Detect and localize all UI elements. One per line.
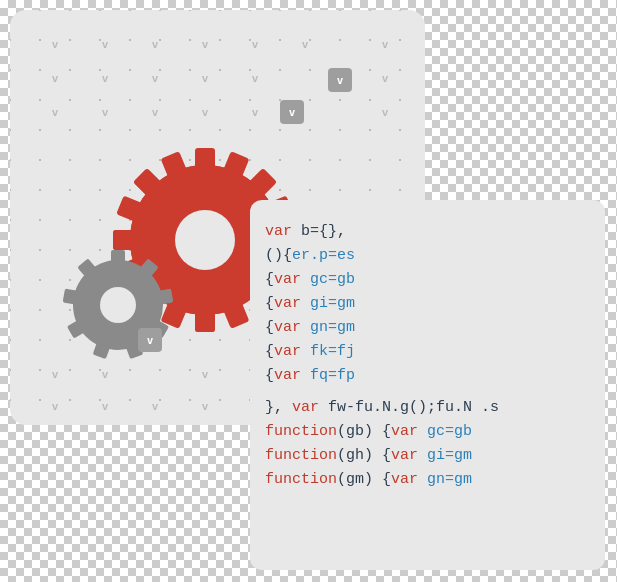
svg-point-32: [100, 287, 136, 323]
v-dot: v: [52, 38, 58, 50]
v-dot: v: [102, 400, 108, 412]
code-line-1: var b={},: [265, 220, 590, 244]
chip-v-1: v: [328, 68, 352, 92]
code-line-11: function(gm) {var gn=gm: [265, 468, 590, 492]
function-keyword-3: function: [265, 471, 337, 488]
chip-v-3: v: [138, 328, 162, 352]
code-line-10: function(gh) {var gi=gm: [265, 444, 590, 468]
v-dot: v: [152, 38, 158, 50]
code-keyword: var: [265, 223, 301, 240]
v-dot: v: [252, 38, 258, 50]
code-line-4: {var gi=gm: [265, 292, 590, 316]
code-line-2: (){er.p=es: [265, 244, 590, 268]
v-dot: v: [252, 72, 258, 84]
code-line-5: {var gn=gm: [265, 316, 590, 340]
v-dot: v: [302, 38, 308, 50]
svg-point-21: [175, 210, 235, 270]
code-line-8: }, var fw-fu.N.g();fu.N .s: [265, 396, 590, 420]
function-keyword-1: function: [265, 423, 337, 440]
v-dot: v: [102, 38, 108, 50]
function-keyword-2: function: [265, 447, 337, 464]
code-panel: var b={}, (){er.p=es {var gc=gb {var gi=…: [250, 200, 605, 570]
v-dot: v: [382, 72, 388, 84]
code-line-6: {var fk=fj: [265, 340, 590, 364]
v-dot: v: [202, 38, 208, 50]
code-line-9: function(gb) {var gc=gb: [265, 420, 590, 444]
v-dot: v: [152, 72, 158, 84]
code-line-3: {var gc=gb: [265, 268, 590, 292]
v-dot: v: [382, 38, 388, 50]
v-dot: v: [52, 72, 58, 84]
v-dot: v: [202, 72, 208, 84]
v-dot: v: [102, 72, 108, 84]
v-dot: v: [152, 400, 158, 412]
v-dot: v: [202, 400, 208, 412]
code-line-7: {var fq=fp: [265, 364, 590, 388]
chip-v-2: v: [280, 100, 304, 124]
v-dot: v: [52, 400, 58, 412]
